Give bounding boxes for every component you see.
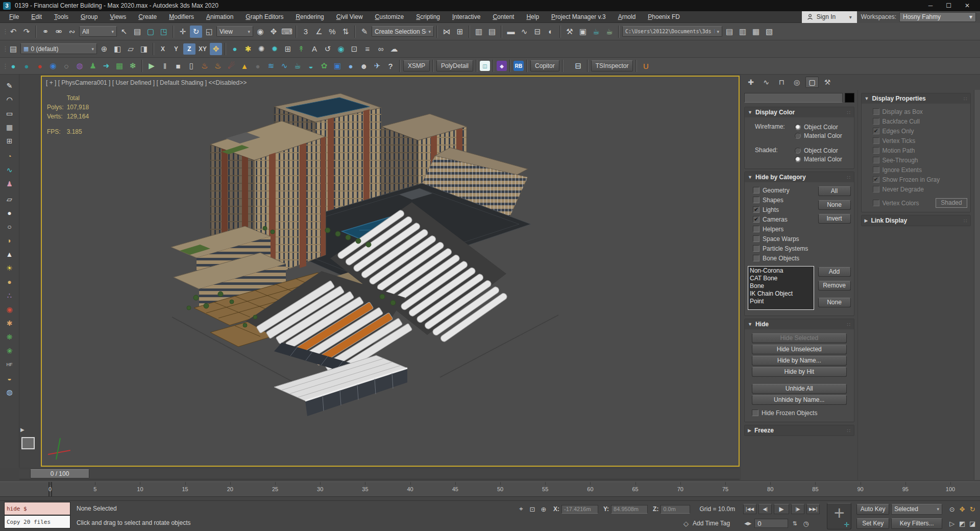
tsinspector-button[interactable]: TSInspector [591, 60, 633, 71]
annotate-icon[interactable]: A [308, 43, 321, 55]
menu-create[interactable]: Create [132, 11, 163, 22]
particle-systems-checkbox[interactable] [753, 245, 760, 252]
plate-icon[interactable]: ◗ [3, 234, 16, 247]
sphere-script-icon[interactable]: ● [3, 207, 16, 219]
menu-civil-view[interactable]: Civil View [330, 11, 369, 22]
particles-icon[interactable]: ∴ [3, 289, 16, 302]
display-tab-icon[interactable]: ▢ [805, 77, 819, 88]
selection-filter-dropdown[interactable]: All▾ [79, 26, 117, 37]
teapot-sim-icon[interactable]: ☕ [291, 60, 304, 72]
ball-icon[interactable]: ● [3, 276, 16, 288]
gi-toggle-icon[interactable]: ✹ [268, 43, 281, 55]
palm-icon[interactable]: ✿ [318, 60, 330, 72]
show-frozen-in-gray-checkbox[interactable] [873, 176, 879, 183]
toolbar-grip[interactable]: ⋮ [2, 45, 6, 53]
object-color-swatch[interactable] [845, 93, 854, 103]
list-item-bone[interactable]: Bone [750, 282, 812, 290]
menu-edit[interactable]: Edit [25, 11, 48, 22]
gem-plugin-icon[interactable]: ◆ [497, 61, 507, 71]
nav-flyout-arrow-icon[interactable]: ▷ [947, 519, 957, 528]
absolute-offset-mode-icon[interactable]: ⊕ [539, 504, 548, 514]
liquid-drop-icon[interactable]: ◉ [47, 60, 59, 72]
create-new-layer-icon[interactable]: ⊕ [98, 43, 110, 55]
hide-by-category-header[interactable]: ▼ Hide by Category ∷ [745, 172, 854, 182]
window-crossing-icon[interactable]: ◳ [158, 26, 170, 38]
frame-tool-icon[interactable]: ▭ [3, 107, 16, 119]
custom-category-listbox[interactable]: Non-CoronaCAT BoneBoneIK Chain ObjectPoi… [748, 266, 814, 310]
named-selection-sets-dropdown[interactable]: Create Selection Se▾ [372, 26, 434, 37]
zoom-extents-icon[interactable]: ◆ [978, 504, 980, 514]
shaded-button[interactable]: Shaded [936, 198, 967, 208]
unhide-all-button[interactable]: Unhide All [752, 384, 847, 394]
rectangular-selection-region-icon[interactable]: ▢ [144, 26, 157, 38]
clock-icon[interactable]: ◔ [3, 150, 16, 162]
menu-file[interactable]: File [3, 11, 25, 22]
manipulator-icon[interactable]: ✥ [210, 43, 222, 55]
time-slider-handle[interactable]: 0 / 100 [30, 469, 89, 478]
export-arrow-icon[interactable]: ➜ [100, 60, 112, 72]
hf-script-icon[interactable]: HF [3, 358, 16, 371]
angle-snap-toggle-icon[interactable]: ∠ [313, 26, 325, 38]
z-coordinate-field[interactable] [660, 505, 690, 514]
tree-toggle-icon[interactable]: ↟ [295, 43, 307, 55]
key-filters-button[interactable]: Key Filters... [891, 518, 942, 529]
creature-icon[interactable]: ♟ [3, 178, 16, 190]
list-item-cat-bone[interactable]: CAT Bone [750, 275, 812, 282]
grid-box-icon[interactable]: ▦ [3, 121, 16, 133]
refresh-icon[interactable]: ↺ [322, 43, 334, 55]
display-as-box-checkbox[interactable] [873, 108, 879, 115]
menu-help[interactable]: Help [520, 11, 545, 22]
select-and-manipulate-icon[interactable]: ✥ [267, 26, 280, 38]
menu-content[interactable]: Content [486, 11, 520, 22]
time-slider-track[interactable] [19, 469, 740, 478]
toggle-layer-explorer-icon[interactable]: ▤ [486, 26, 498, 38]
set-key-button[interactable]: Set Key [856, 518, 889, 529]
select-and-move-icon[interactable]: ✛ [177, 26, 189, 38]
orbit-icon[interactable]: ↻ [968, 504, 977, 514]
sun-icon[interactable]: ☀ [3, 262, 16, 274]
menu-customize[interactable]: Customize [369, 11, 410, 22]
frame-spinner[interactable]: ⇅ [790, 519, 799, 528]
hide-frozen-objects-checkbox[interactable] [752, 409, 758, 416]
leaf-icon[interactable]: ❀ [3, 345, 16, 357]
info-cube-icon[interactable]: ▣ [331, 60, 344, 72]
barrel-icon[interactable]: ◒ [305, 60, 317, 72]
dish-icon[interactable]: ◒ [3, 372, 16, 384]
viewport-layout-tab[interactable] [21, 437, 35, 449]
menu-phoenix-fd[interactable]: Phoenix FD [642, 11, 686, 22]
spinner-snap-toggle-icon[interactable]: ⇅ [339, 26, 352, 38]
toolbar-grip[interactable]: ⋮ [2, 62, 6, 70]
x-coordinate-field[interactable] [561, 505, 598, 514]
reference-coordinate-system-dropdown[interactable]: View▾ [216, 26, 253, 37]
add-time-tag[interactable]: Add Time Tag [693, 520, 730, 527]
object-name-field[interactable] [744, 93, 843, 103]
bone-objects-checkbox[interactable] [753, 255, 760, 261]
display-star-icon[interactable]: ✱ [242, 43, 254, 55]
object-color-radio[interactable] [795, 148, 801, 154]
cameras-checkbox[interactable] [753, 216, 760, 223]
crab-icon[interactable]: ✱ [3, 317, 16, 329]
sim-stop-icon[interactable]: ■ [172, 60, 184, 72]
none-button[interactable]: None [818, 298, 851, 307]
link-display-header[interactable]: ▶ Link Display ∷ [862, 215, 971, 226]
select-object-icon[interactable]: ↖ [118, 26, 130, 38]
universal-u-icon[interactable]: U [640, 60, 652, 72]
prunescene-icon[interactable]: ◫ [480, 61, 490, 71]
material-color-radio[interactable] [795, 133, 801, 139]
select-and-rotate-icon[interactable]: ↻ [190, 26, 202, 38]
edit-named-selection-sets-icon[interactable]: ✎ [358, 26, 371, 38]
selection-lock-icon[interactable]: ⊡ [528, 504, 537, 514]
ocean-icon[interactable]: ≋ [265, 60, 277, 72]
remove-button[interactable]: Remove [818, 281, 851, 291]
pan-icon[interactable]: ✥ [958, 504, 967, 514]
air-sphere-icon[interactable]: ● [345, 60, 357, 72]
backface-cull-checkbox[interactable] [873, 118, 879, 125]
restrict-to-x-button[interactable]: X [157, 43, 169, 55]
wave-sim-icon[interactable]: ∿ [278, 60, 290, 72]
corona-lister-icon[interactable]: ● [20, 60, 33, 72]
menu-rendering[interactable]: Rendering [289, 11, 330, 22]
motion-path-checkbox[interactable] [873, 147, 879, 154]
auto-key-button[interactable]: Auto Key [856, 504, 889, 515]
none-button[interactable]: None [818, 200, 851, 210]
isolate-toggle-icon[interactable]: ● [229, 43, 241, 55]
